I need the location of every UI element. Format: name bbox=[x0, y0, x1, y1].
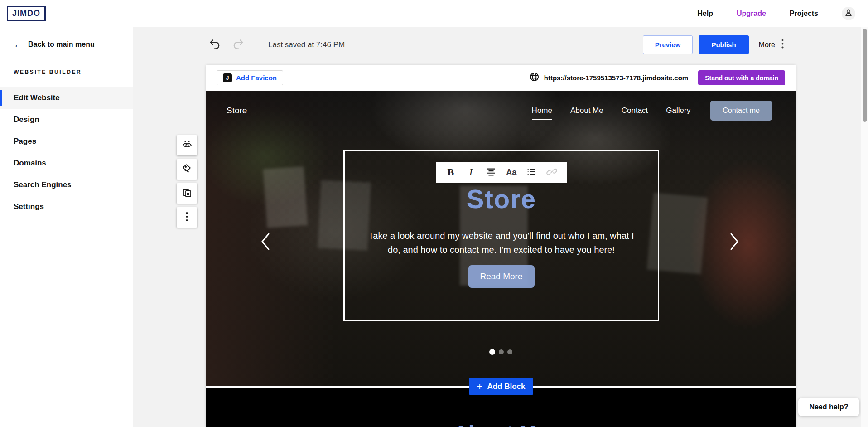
site-brand[interactable]: Store bbox=[227, 106, 247, 116]
user-icon bbox=[844, 8, 853, 19]
list-button[interactable] bbox=[525, 165, 538, 179]
sidebar-item-edit-website[interactable]: Edit Website bbox=[0, 87, 133, 109]
nav-gallery[interactable]: Gallery bbox=[666, 106, 690, 115]
more-menu[interactable]: More bbox=[759, 39, 784, 50]
back-to-main-menu[interactable]: ← Back to main menu bbox=[0, 27, 133, 49]
hero-body-text[interactable]: Take a look around my website and you'll… bbox=[368, 229, 635, 257]
last-saved-status: Last saved at 7:46 PM bbox=[268, 40, 345, 49]
link-icon bbox=[546, 166, 557, 179]
site-nav: Store Home About Me Contact Gallery Cont… bbox=[206, 91, 796, 131]
copy-icon bbox=[182, 187, 193, 199]
block-tools bbox=[177, 135, 197, 228]
list-icon bbox=[526, 167, 536, 178]
help-link[interactable]: Help bbox=[697, 10, 713, 18]
preview-button[interactable]: Preview bbox=[643, 35, 693, 54]
jimdo-editor: JIMDO Help Upgrade Projects ← Back to ma… bbox=[0, 0, 868, 427]
block-more-button[interactable] bbox=[177, 207, 197, 228]
sidebar-item-settings[interactable]: Settings bbox=[0, 196, 133, 218]
italic-button[interactable]: I bbox=[464, 165, 477, 179]
nav-home[interactable]: Home bbox=[532, 106, 552, 115]
contact-me-button[interactable]: Contact me bbox=[710, 101, 772, 121]
read-more-button[interactable]: Read More bbox=[468, 265, 535, 288]
upgrade-link[interactable]: Upgrade bbox=[737, 10, 766, 18]
carousel-dot-3[interactable] bbox=[507, 349, 512, 354]
nav-about-me[interactable]: About Me bbox=[570, 106, 603, 115]
hero-image-artwork bbox=[263, 166, 308, 228]
account-avatar[interactable] bbox=[842, 7, 855, 20]
scrollbar-thumb[interactable] bbox=[863, 29, 867, 122]
add-block-label: Add Block bbox=[487, 382, 525, 391]
publish-button[interactable]: Publish bbox=[699, 35, 748, 54]
jimdo-logo[interactable]: JIMDO bbox=[7, 6, 46, 21]
hero-section: Store Home About Me Contact Gallery Cont… bbox=[206, 91, 796, 386]
style-button[interactable] bbox=[177, 159, 197, 180]
carousel-dot-2[interactable] bbox=[499, 349, 504, 354]
text-format-toolbar: B I Aa bbox=[436, 162, 567, 183]
domain-cta-button[interactable]: Stand out with a domain bbox=[698, 70, 785, 85]
more-label: More bbox=[759, 41, 775, 49]
sidebar-section-title: WEBSITE BUILDER bbox=[0, 49, 133, 75]
back-label: Back to main menu bbox=[28, 40, 95, 49]
chevron-right-icon bbox=[728, 246, 740, 252]
plus-icon: + bbox=[477, 382, 483, 392]
back-arrow-icon: ← bbox=[14, 40, 23, 49]
kebab-icon bbox=[186, 212, 188, 223]
undo-button[interactable] bbox=[209, 38, 221, 51]
redo-icon bbox=[232, 38, 244, 51]
font-button[interactable]: Aa bbox=[505, 165, 518, 179]
eye-icon bbox=[182, 139, 193, 151]
selected-block[interactable]: B I Aa bbox=[343, 150, 659, 321]
sidebar-item-search-engines[interactable]: Search Engines bbox=[0, 174, 133, 196]
nav-contact[interactable]: Contact bbox=[622, 106, 648, 115]
hero-title[interactable]: Store bbox=[345, 184, 658, 214]
site-preview: J Add Favicon https://store-1759513573-7… bbox=[206, 65, 796, 427]
add-block-button[interactable]: + Add Block bbox=[469, 378, 533, 395]
favicon-bar: J Add Favicon https://store-1759513573-7… bbox=[206, 65, 796, 91]
duplicate-button[interactable] bbox=[177, 183, 197, 204]
favicon-placeholder-icon: J bbox=[223, 73, 232, 82]
carousel-dots bbox=[206, 349, 796, 355]
sidebar-item-pages[interactable]: Pages bbox=[0, 131, 133, 152]
need-help-button[interactable]: Need help? bbox=[798, 398, 859, 416]
add-favicon-label: Add Favicon bbox=[236, 74, 277, 82]
show-hide-button[interactable] bbox=[177, 135, 197, 155]
projects-link[interactable]: Projects bbox=[790, 10, 818, 18]
page-scrollbar[interactable] bbox=[861, 27, 868, 427]
editor-toolbar: Last saved at 7:46 PM Preview Publish Mo… bbox=[133, 27, 861, 62]
toolbar-divider bbox=[256, 38, 256, 52]
sidebar: ← Back to main menu WEBSITE BUILDER Edit… bbox=[0, 27, 133, 427]
kebab-icon bbox=[781, 39, 784, 50]
carousel-next-button[interactable] bbox=[728, 232, 740, 252]
site-url[interactable]: https://store-1759513573-7178.jimdosite.… bbox=[544, 74, 688, 82]
undo-icon bbox=[209, 38, 221, 51]
style-tags-icon bbox=[182, 163, 193, 175]
align-center-icon bbox=[486, 167, 496, 178]
bold-button[interactable]: B bbox=[444, 165, 458, 179]
globe-icon bbox=[529, 72, 540, 84]
link-button[interactable] bbox=[545, 165, 559, 179]
sidebar-menu: Edit Website Design Pages Domains Search… bbox=[0, 87, 133, 218]
about-me-title: About Me bbox=[206, 421, 796, 427]
app-header: JIMDO Help Upgrade Projects bbox=[0, 0, 868, 27]
redo-button[interactable] bbox=[232, 38, 244, 51]
sidebar-item-domains[interactable]: Domains bbox=[0, 152, 133, 174]
chevron-left-icon bbox=[260, 246, 271, 252]
carousel-prev-button[interactable] bbox=[260, 232, 271, 252]
carousel-dot-1[interactable] bbox=[489, 349, 495, 355]
add-favicon-button[interactable]: J Add Favicon bbox=[217, 70, 283, 85]
sidebar-item-design[interactable]: Design bbox=[0, 109, 133, 131]
align-button[interactable] bbox=[484, 165, 498, 179]
